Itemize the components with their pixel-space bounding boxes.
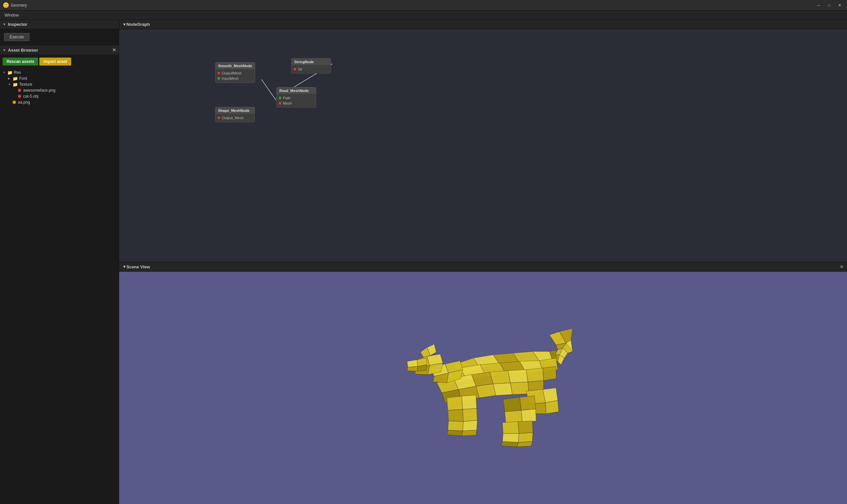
nodegraph-panel: ▼ NodeGraph Smooth_MeshNodeOutputMeshInp… [119,20,847,262]
svg-marker-40 [505,410,522,422]
port-label-str: Str [298,67,303,71]
svg-marker-30 [476,384,496,398]
tree-item-texture[interactable]: ▼📁Texture [0,82,119,87]
svg-marker-64 [407,360,418,367]
svg-marker-42 [502,421,519,433]
port-dot-str [293,68,296,71]
svg-marker-49 [462,395,476,409]
port-label-output_mesh2: Output_Mesh [222,116,244,120]
nodegraph-title: NodeGraph [126,22,844,27]
node-title-read_mesh: Read_MeshNode [277,87,316,94]
file-icon-aapng [13,101,16,104]
menubar: Window [0,11,847,20]
port-in-path[interactable]: Path [279,95,314,101]
node-title-shape_mesh: Shape_MeshNode [215,107,254,114]
svg-marker-31 [493,383,512,395]
port-label-in-mesh: Mesh [283,101,292,105]
tree-label-awesomeface: awesomeface.png [23,88,55,93]
inspector-title: Inspector [8,22,28,27]
svg-marker-35 [543,388,558,403]
execute-button[interactable]: Execute [4,33,30,41]
port-dot-in-input_mesh [217,77,220,80]
tree-label-texture: Texture [19,82,32,87]
nodegraph-header: ▼ NodeGraph [119,20,847,29]
tree-item-awesomeface[interactable]: awesomeface.png [0,87,119,93]
port-out-output_mesh2[interactable]: Output_Mesh [217,115,253,121]
svg-marker-46 [501,442,518,447]
close-button[interactable]: ✕ [835,2,844,8]
folder-icon-res: 📁 [7,70,13,75]
tree-label-res: Res [14,70,21,75]
nodegraph-collapse-icon: ▼ [123,22,126,27]
right-content: ▼ NodeGraph Smooth_MeshNodeOutputMeshInp… [119,20,847,504]
sceneview-canvas[interactable]: .cat-face { fill: #d4c020; stroke: #2a20… [119,272,847,504]
menu-window[interactable]: Window [1,12,22,19]
tree-label-cat5obj: cat-5.obj [23,94,38,98]
titlebar: 🙂 Geomery ─ □ ✕ [0,0,847,11]
asset-browser-header: ▼ Asset Browser ✕ [0,45,119,55]
app-icon: 🙂 [3,2,8,8]
port-in-mesh[interactable]: Mesh [279,101,314,106]
svg-marker-53 [463,420,477,431]
tree-item-aapng[interactable]: aa.png [0,99,119,105]
restore-button[interactable]: □ [825,2,834,8]
port-label-output_mesh: OutputMesh [222,71,241,75]
tree-label-font: Font [19,76,27,81]
left-panel: ▼ Inspector Execute ▼ Asset Browser ✕ Re… [0,20,119,504]
tree-label-aapng: aa.png [18,100,30,105]
tree-arrow-res[interactable]: ▼ [3,71,6,74]
minimize-button[interactable]: ─ [814,2,823,8]
node-smooth_mesh[interactable]: Smooth_MeshNodeOutputMeshInputMesh [215,62,255,83]
svg-marker-51 [463,408,477,421]
node-read_mesh[interactable]: Read_MeshNodePathMesh [276,87,316,108]
asset-browser-panel: ▼ Asset Browser ✕ Rescan assets Import a… [0,45,119,504]
window-controls: ─ □ ✕ [814,2,844,8]
svg-marker-43 [518,421,533,433]
sceneview-header: ▼ Scene View ✕ [119,262,847,272]
app-title: Geomery [11,3,814,7]
rescan-assets-button[interactable]: Rescan assets [3,58,38,66]
inspector-header: ▼ Inspector [0,20,119,29]
svg-marker-32 [510,382,529,394]
asset-browser-collapse-icon[interactable]: ▼ [3,48,6,52]
port-out-output_mesh[interactable]: OutputMesh [217,71,253,76]
asset-tree: ▼📁Res▶📁Font▼📁Textureawesomeface.pngcat-5… [0,68,119,504]
svg-marker-26 [526,368,543,382]
svg-marker-25 [508,370,528,383]
sceneview-title: Scene View [126,265,840,269]
port-in-input_mesh[interactable]: InputMesh [217,76,253,81]
tree-arrow-font[interactable]: ▶ [8,77,12,80]
tree-item-font[interactable]: ▶📁Font [0,75,119,82]
nodegraph-canvas[interactable]: Smooth_MeshNodeOutputMeshInputMeshString… [119,29,847,262]
asset-browser-close-button[interactable]: ✕ [112,47,116,53]
svg-marker-39 [520,396,536,410]
node-shape_mesh[interactable]: Shape_MeshNodeOutput_Mesh [215,107,255,122]
import-asset-button[interactable]: Import asset [39,58,71,66]
node-string_node[interactable]: StringNodeStr [291,58,331,73]
inspector-panel: ▼ Inspector Execute [0,20,119,45]
svg-marker-27 [543,366,556,381]
svg-marker-37 [545,400,559,414]
port-out-str[interactable]: Str [293,67,329,72]
svg-marker-55 [462,430,476,436]
sceneview-close-button[interactable]: ✕ [840,264,844,269]
svg-marker-24 [490,371,510,384]
tree-item-cat5obj[interactable]: cat-5.obj [0,93,119,99]
connection-line [262,79,276,100]
svg-marker-50 [448,409,463,421]
svg-marker-48 [447,396,463,410]
node-title-string_node: StringNode [292,58,331,65]
port-dot-output_mesh [217,72,220,74]
asset-browser-title: Asset Browser [8,48,112,53]
port-dot-in-mesh [279,102,281,105]
tree-item-res[interactable]: ▼📁Res [0,70,119,75]
tree-arrow-texture[interactable]: ▼ [8,83,12,86]
main-layout: ▼ Inspector Execute ▼ Asset Browser ✕ Re… [0,20,847,504]
inspector-collapse-icon[interactable]: ▼ [3,22,6,26]
port-label-in-input_mesh: InputMesh [222,76,239,80]
port-dot-in-path [279,97,281,99]
folder-icon-texture: 📁 [13,82,18,87]
cat-mesh-visualization: .cat-face { fill: #d4c020; stroke: #2a20… [387,325,579,451]
asset-browser-toolbar: Rescan assets Import asset [0,55,119,68]
folder-icon-font: 📁 [13,76,18,81]
